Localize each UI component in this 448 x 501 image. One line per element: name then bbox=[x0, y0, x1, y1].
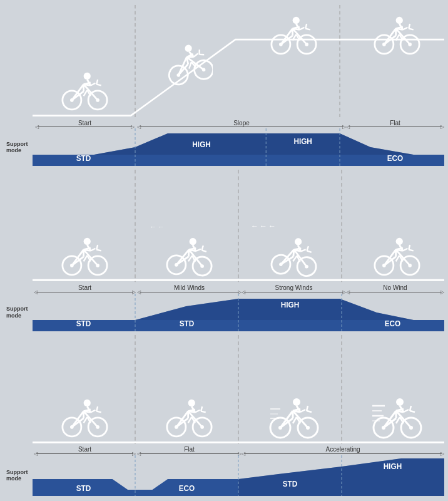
label-flat-1: Flat bbox=[390, 120, 400, 127]
svg-line-67 bbox=[403, 28, 408, 30]
svg-line-144 bbox=[409, 245, 410, 250]
support-label-2: Supportmode bbox=[6, 306, 28, 319]
svg-line-123 bbox=[293, 249, 294, 256]
support-bar-wind: Supportmode STD STD HIGH ECO bbox=[4, 294, 444, 331]
label-no-wind: No Wind bbox=[383, 284, 407, 291]
svg-line-214 bbox=[293, 411, 300, 412]
bikes-area-terrain bbox=[4, 5, 444, 117]
label-start-1: Start bbox=[78, 120, 91, 127]
bikes-area-speed bbox=[4, 335, 444, 444]
svg-text:ECO: ECO bbox=[387, 154, 404, 163]
bike-speed-4 bbox=[372, 393, 422, 440]
scenario-terrain: Start ◁ ▷ Slope ◁ ▷ Flat ◁ ▷ bbox=[4, 5, 444, 166]
labels-row-terrain: Start ◁ ▷ Slope ◁ ▷ Flat ◁ ▷ bbox=[33, 117, 444, 128]
bike-icon-3 bbox=[270, 11, 317, 58]
bike-speed-3 bbox=[269, 393, 319, 440]
svg-text:STD: STD bbox=[180, 319, 195, 328]
bike-speed-2 bbox=[166, 393, 213, 440]
svg-line-93 bbox=[96, 245, 98, 250]
label-start-3: Start bbox=[78, 446, 91, 453]
svg-line-109 bbox=[201, 250, 206, 251]
svg-line-148 bbox=[403, 248, 408, 250]
svg-marker-71 bbox=[94, 133, 414, 155]
svg-line-178 bbox=[91, 410, 96, 413]
svg-point-233 bbox=[396, 398, 404, 406]
labels-row-wind: Start ◁ ▷ Mild Winds ◁ ▷ Strong Winds ◁ … bbox=[33, 282, 444, 294]
svg-line-29 bbox=[198, 50, 200, 55]
svg-marker-152 bbox=[135, 299, 414, 320]
bike-icon-1 bbox=[61, 66, 108, 113]
label-flat-2: Flat bbox=[184, 446, 195, 453]
svg-point-192 bbox=[188, 400, 195, 406]
svg-line-106 bbox=[188, 249, 189, 256]
svg-line-49 bbox=[293, 29, 300, 30]
svg-point-212 bbox=[293, 398, 300, 406]
svg-text:STD: STD bbox=[283, 480, 298, 488]
bike-wind-4 bbox=[374, 232, 420, 279]
svg-line-12 bbox=[96, 80, 98, 85]
svg-point-30 bbox=[184, 44, 192, 53]
support-bar-terrain: Supportmode bbox=[4, 128, 444, 166]
svg-point-47 bbox=[293, 17, 300, 24]
svg-point-94 bbox=[84, 238, 91, 245]
svg-text:STD: STD bbox=[76, 484, 91, 493]
svg-line-235 bbox=[396, 411, 404, 412]
svg-point-64 bbox=[396, 17, 403, 24]
bike-speed-1 bbox=[61, 393, 108, 440]
svg-line-177 bbox=[84, 411, 91, 413]
svg-text:HIGH: HIGH bbox=[384, 462, 402, 471]
svg-point-111 bbox=[189, 237, 196, 245]
svg-point-128 bbox=[294, 238, 302, 245]
bike-wind-2 bbox=[166, 232, 213, 279]
svg-line-191 bbox=[201, 406, 202, 411]
svg-line-131 bbox=[301, 249, 306, 251]
support-label-1: Supportmode bbox=[6, 141, 28, 155]
svg-point-175 bbox=[84, 400, 91, 406]
svg-line-63 bbox=[409, 24, 410, 29]
svg-line-147 bbox=[396, 249, 403, 250]
main-container: Start ◁ ▷ Slope ◁ ▷ Flat ◁ ▷ bbox=[0, 0, 448, 501]
scenario-speed: Start ◁ ▷ Flat ◁ ▷ Accelerating ◁ ▷ bbox=[4, 335, 444, 496]
svg-line-232 bbox=[410, 406, 411, 411]
svg-line-66 bbox=[396, 29, 403, 30]
bike-icon-4 bbox=[374, 11, 420, 58]
svg-line-236 bbox=[404, 410, 409, 412]
svg-line-194 bbox=[188, 411, 195, 413]
label-strong-winds: Strong Winds bbox=[275, 284, 312, 291]
svg-point-145 bbox=[396, 238, 403, 245]
svg-line-15 bbox=[84, 85, 91, 86]
bikes-area-wind: ← ← bbox=[4, 170, 444, 282]
svg-line-174 bbox=[96, 406, 98, 411]
label-mild-winds: Mild Winds bbox=[174, 284, 205, 291]
svg-line-126 bbox=[307, 250, 312, 252]
bike-icon-2 bbox=[166, 39, 213, 86]
support-bar-speed: Supportmode STD ECO bbox=[4, 455, 444, 496]
labels-row-speed: Start ◁ ▷ Flat ◁ ▷ Accelerating ◁ ▷ bbox=[33, 444, 444, 455]
label-accelerating: Accelerating bbox=[325, 446, 360, 453]
svg-line-97 bbox=[91, 248, 96, 250]
svg-text:STD: STD bbox=[76, 319, 91, 328]
svg-point-13 bbox=[84, 73, 91, 80]
svg-line-127 bbox=[307, 246, 308, 251]
bike-wind-1 bbox=[61, 232, 108, 279]
svg-text:ECO: ECO bbox=[179, 484, 195, 493]
svg-line-16 bbox=[91, 83, 96, 86]
support-chart-terrain: STD HIGH HIGH ECO bbox=[33, 128, 444, 166]
scenario-wind: ← ← bbox=[4, 170, 444, 331]
svg-line-96 bbox=[84, 249, 91, 250]
svg-line-33 bbox=[193, 54, 198, 57]
support-chart-wind: STD STD HIGH ECO bbox=[33, 294, 444, 331]
bike-wind-3 bbox=[270, 232, 317, 279]
support-chart-speed: STD ECO STD HIGH bbox=[33, 455, 444, 496]
svg-text:HIGH: HIGH bbox=[281, 301, 299, 309]
svg-line-46 bbox=[305, 24, 307, 29]
label-slope: Slope bbox=[233, 120, 250, 127]
support-label-3: Supportmode bbox=[6, 469, 28, 483]
svg-text:STD: STD bbox=[76, 154, 91, 163]
svg-line-215 bbox=[300, 410, 305, 412]
svg-line-211 bbox=[307, 406, 308, 411]
svg-text:HIGH: HIGH bbox=[293, 137, 312, 146]
svg-line-195 bbox=[195, 410, 200, 413]
svg-line-110 bbox=[202, 245, 203, 250]
svg-text:ECO: ECO bbox=[385, 319, 401, 328]
